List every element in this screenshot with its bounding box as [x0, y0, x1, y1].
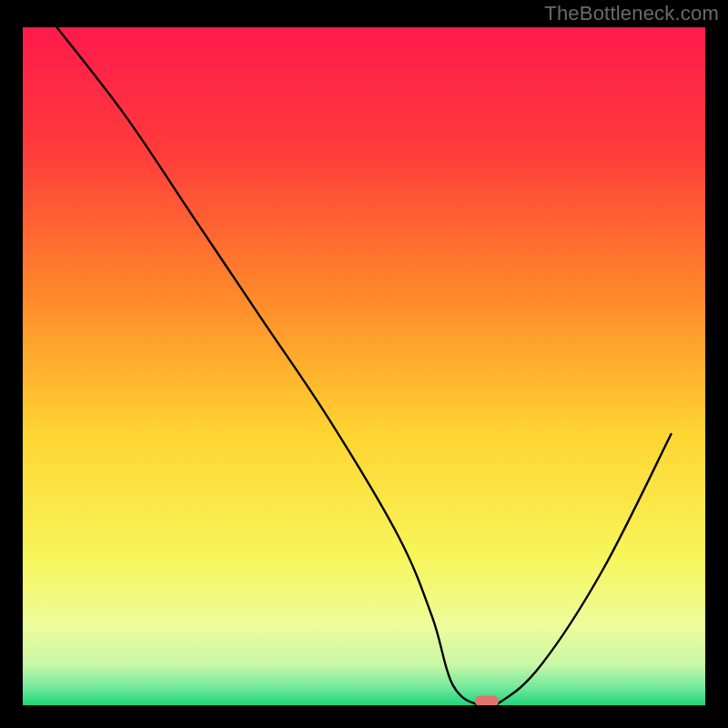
- plot-background: [23, 27, 705, 705]
- chart-frame: TheBottleneck.com: [0, 0, 728, 728]
- bottleneck-chart: [0, 0, 728, 728]
- optimal-marker: [475, 696, 499, 707]
